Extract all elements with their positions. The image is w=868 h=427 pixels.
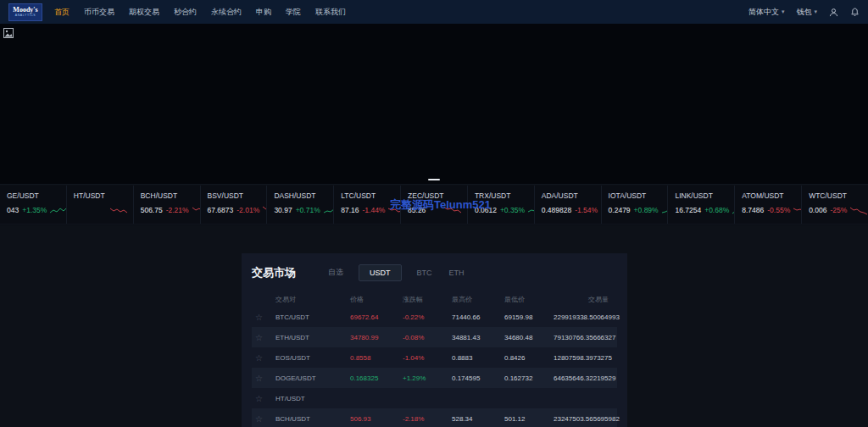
ticker-pair: BCH/USDT bbox=[141, 191, 194, 200]
nav-item-home[interactable]: 首页 bbox=[54, 0, 70, 24]
ticker-card[interactable]: LTC/USDT 87.16 -1.44% bbox=[334, 186, 401, 224]
ticker-change: +0.71% bbox=[296, 206, 320, 214]
ticker-pair: WTC/USDT bbox=[809, 191, 862, 200]
ticker-pair: ADA/USDT bbox=[542, 191, 595, 200]
table-row[interactable]: ☆ HT/USDT bbox=[252, 388, 617, 408]
cell-price: 69672.64 bbox=[350, 313, 403, 321]
ticker-card[interactable]: BCH/USDT 506.75 -2.21% bbox=[134, 186, 201, 224]
ticker-price: 0.489828 bbox=[542, 206, 571, 214]
col-high: 最高价 bbox=[452, 295, 504, 304]
ticker-pair: GE/USDT bbox=[7, 191, 60, 200]
tab-btc[interactable]: BTC bbox=[415, 265, 434, 280]
table-row[interactable]: ☆ DOGE/USDT 0.168325 +1.29% 0.174595 0.1… bbox=[252, 368, 617, 388]
table-row[interactable]: ☆ BCH/USDT 506.93 -2.18% 528.34 501.12 2… bbox=[252, 408, 617, 427]
ticker-pair: ATOM/USDT bbox=[742, 191, 795, 200]
star-icon[interactable]: ☆ bbox=[255, 353, 275, 363]
user-account-button[interactable] bbox=[829, 8, 838, 17]
main-content: 交易市场 自选 USDT BTC ETH 交易对 价格 涨跌幅 最高价 最低价 … bbox=[0, 225, 868, 427]
nav-item-spot-trade[interactable]: 币币交易 bbox=[84, 0, 114, 24]
brand-logo-line2: ANALYTICS bbox=[15, 14, 36, 18]
bell-icon bbox=[850, 8, 860, 17]
ticker-card[interactable]: IOTA/USDT 0.2479 +0.89% bbox=[602, 186, 669, 224]
ticker-card[interactable]: ADA/USDT 0.489828 -1.54% bbox=[535, 186, 602, 224]
table-row[interactable]: ☆ BTC/USDT 69672.64 -0.22% 71440.66 6915… bbox=[252, 307, 617, 327]
ticker-pair: BSV/USDT bbox=[208, 191, 261, 200]
nav-item-contact-us[interactable]: 联系我们 bbox=[315, 0, 346, 24]
market-ticker-strip: GE/USDT 043 +1.35% HT/USDT BCH/USDT 506.… bbox=[0, 186, 868, 225]
ticker-pair: LTC/USDT bbox=[341, 191, 394, 200]
carousel-indicator[interactable] bbox=[428, 179, 440, 180]
cell-high: 528.34 bbox=[452, 415, 504, 423]
market-table: 交易对 价格 涨跌幅 最高价 最低价 交易量 ☆ BTC/USDT 69672.… bbox=[252, 291, 617, 427]
cell-price: 34780.99 bbox=[350, 334, 403, 341]
ticker-pair: HT/USDT bbox=[74, 191, 127, 200]
brand-logo-line1: Moody's bbox=[13, 6, 37, 14]
cell-price: 0.8558 bbox=[350, 354, 403, 362]
star-icon[interactable]: ☆ bbox=[255, 414, 275, 424]
main-nav: 首页 币币交易 期权交易 秒合约 永续合约 申购 学院 联系我们 bbox=[54, 0, 346, 24]
ticker-change: -2.01% bbox=[236, 206, 259, 214]
star-icon[interactable]: ☆ bbox=[255, 374, 275, 383]
nav-item-academy[interactable]: 学院 bbox=[286, 0, 301, 24]
cell-high: 0.174595 bbox=[452, 374, 504, 382]
sparkline-icon bbox=[850, 205, 867, 215]
ticker-pair: IOTA/USDT bbox=[609, 191, 662, 200]
market-tabs: 自选 USDT BTC ETH bbox=[326, 263, 466, 281]
ticker-card[interactable]: GE/USDT 043 +1.35% bbox=[0, 186, 67, 224]
ticker-change: +0.89% bbox=[634, 206, 659, 214]
nav-item-subscription[interactable]: 申购 bbox=[256, 0, 271, 24]
ticker-pair: DASH/USDT bbox=[274, 191, 327, 200]
ticker-card[interactable]: ZEC/USDT 85.26 bbox=[401, 186, 468, 224]
tab-eth[interactable]: ETH bbox=[448, 265, 466, 280]
cell-low: 0.8426 bbox=[504, 354, 554, 362]
hero-banner bbox=[0, 24, 868, 185]
tab-favorites[interactable]: 自选 bbox=[326, 263, 345, 281]
cell-pair: BCH/USDT bbox=[275, 415, 350, 423]
ticker-pair: ZEC/USDT bbox=[408, 191, 461, 200]
ticker-card[interactable]: TRX/USDT 0.0612 +0.35% bbox=[468, 186, 535, 224]
cell-low: 501.12 bbox=[504, 415, 554, 423]
sparkline-icon bbox=[324, 205, 334, 215]
ticker-card[interactable]: LINK/USDT 16.7254 +0.68% bbox=[668, 186, 735, 224]
ticker-price: 043 bbox=[7, 206, 19, 214]
star-icon[interactable]: ☆ bbox=[255, 394, 275, 403]
table-row[interactable]: ☆ ETH/USDT 34780.99 -0.08% 34881.43 3468… bbox=[252, 327, 617, 347]
ticker-price: 506.75 bbox=[141, 206, 163, 214]
sparkline-icon bbox=[110, 205, 127, 215]
cell-low: 69159.98 bbox=[504, 313, 554, 321]
nav-item-seconds-contract[interactable]: 秒合约 bbox=[174, 0, 197, 24]
ticker-price: 67.6873 bbox=[208, 206, 234, 214]
ticker-change: -2.21% bbox=[166, 206, 189, 214]
ticker-card[interactable]: WTC/USDT 0.006 -25% bbox=[802, 186, 868, 224]
top-navbar: Moody's ANALYTICS 首页 币币交易 期权交易 秒合约 永续合约 … bbox=[0, 0, 868, 24]
ticker-card[interactable]: BSV/USDT 67.6873 -2.01% bbox=[201, 186, 268, 224]
cell-high: 34881.43 bbox=[452, 334, 504, 341]
tab-usdt[interactable]: USDT bbox=[359, 264, 402, 281]
broken-image-icon bbox=[3, 28, 14, 38]
nav-item-perpetual[interactable]: 永续合约 bbox=[211, 0, 242, 24]
star-icon[interactable]: ☆ bbox=[255, 313, 275, 322]
brand-logo[interactable]: Moody's ANALYTICS bbox=[8, 3, 42, 21]
col-volume: 交易量 bbox=[554, 295, 614, 304]
market-panel: 交易市场 自选 USDT BTC ETH 交易对 价格 涨跌幅 最高价 最低价 … bbox=[242, 253, 627, 427]
ticker-change: +0.68% bbox=[704, 206, 729, 214]
sparkline-icon bbox=[50, 205, 67, 215]
cell-pair: EOS/USDT bbox=[275, 354, 350, 362]
cell-high: 71440.66 bbox=[452, 313, 504, 321]
cell-price: 506.93 bbox=[350, 415, 403, 423]
ticker-change: +0.35% bbox=[500, 206, 525, 214]
ticker-card[interactable]: ATOM/USDT 8.7486 -0.55% bbox=[735, 186, 802, 224]
ticker-price: 87.16 bbox=[341, 206, 359, 214]
notifications-button[interactable] bbox=[850, 8, 860, 17]
cell-volume: 12807598.3973275 bbox=[554, 354, 617, 362]
language-selector[interactable]: 简体中文 ▾ bbox=[748, 7, 785, 18]
table-row[interactable]: ☆ EOS/USDT 0.8558 -1.04% 0.8883 0.8426 1… bbox=[252, 347, 617, 368]
wallet-menu[interactable]: 钱包 ▾ bbox=[796, 7, 817, 18]
sparkline-icon bbox=[793, 205, 802, 215]
nav-item-options-trade[interactable]: 期权交易 bbox=[129, 0, 159, 24]
ticker-card[interactable]: HT/USDT bbox=[67, 186, 134, 224]
chevron-down-icon: ▾ bbox=[814, 8, 817, 15]
ticker-card[interactable]: DASH/USDT 30.97 +0.71% bbox=[267, 186, 334, 224]
sparkline-icon bbox=[662, 205, 669, 215]
star-icon[interactable]: ☆ bbox=[255, 333, 275, 342]
